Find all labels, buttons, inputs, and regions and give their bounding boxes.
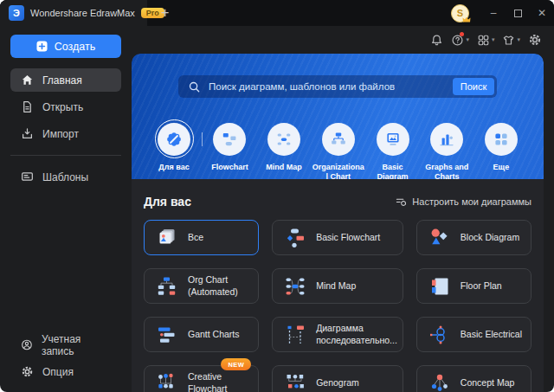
sidebar-item-label: Открыть: [42, 101, 83, 113]
new-badge: NEW: [221, 358, 251, 370]
create-button[interactable]: Создать: [10, 35, 121, 58]
chevron-down-icon: ▾: [517, 36, 520, 43]
card-concept-map[interactable]: Concept Map: [416, 365, 531, 392]
card-label: Mind Map: [316, 280, 356, 292]
category-label: Mind Map: [266, 163, 302, 172]
gantt-charts-icon: [156, 324, 178, 346]
card-genogram[interactable]: Genogram: [272, 365, 403, 392]
card-mind-map[interactable]: Mind Map: [272, 268, 403, 304]
category-basic-diagram[interactable]: Basic Diagram: [366, 119, 420, 179]
close-icon: ✕: [538, 7, 546, 19]
card-label: Concept Map: [461, 377, 514, 389]
card-label: Basic Electrical: [461, 329, 522, 340]
settings-button[interactable]: [528, 33, 542, 47]
minimize-glyph: –: [491, 7, 497, 19]
genogram-icon: [284, 372, 306, 392]
theme-menu-button[interactable]: ▾: [502, 34, 520, 47]
search-bar[interactable]: Поиск: [178, 75, 497, 98]
card-label: Gantt Charts: [188, 329, 240, 340]
account-icon: [21, 338, 33, 351]
plus-icon: [36, 41, 48, 52]
card-block-diagram[interactable]: Block Diagram: [416, 220, 531, 255]
category-more[interactable]: Еще: [474, 119, 528, 172]
help-menu-button[interactable]: ▾: [451, 34, 469, 47]
card-label: Диаграмма последовательно...: [316, 323, 397, 345]
hero-banner: Поиск Для вас: [132, 54, 544, 179]
chevron-down-icon: ▾: [466, 36, 469, 43]
sidebar-item-open[interactable]: Открыть: [10, 95, 121, 119]
topbar-icon-strip: ▾ ▾ ▾: [430, 26, 542, 54]
card-label: Basic Flowchart: [316, 232, 380, 243]
for-you-icon: [164, 130, 184, 149]
category-label: Organizational Chart: [312, 163, 365, 179]
category-for-you[interactable]: Для вас: [147, 119, 201, 172]
new-tab-button[interactable]: +: [161, 6, 169, 20]
basic-electrical-icon: [428, 324, 451, 346]
customize-diagrams-button[interactable]: Настроить мои диаграммы: [396, 196, 531, 208]
category-label: Flowchart: [211, 163, 248, 172]
card-basic-flowchart[interactable]: Basic Flowchart: [272, 220, 403, 255]
card-creative-flowchart[interactable]: NEW Creative Flowchart: [144, 365, 259, 392]
category-flowchart[interactable]: Flowchart: [203, 119, 256, 172]
card-label: Block Diagram: [461, 232, 519, 243]
gear-icon: [528, 33, 542, 47]
card-sequence-diagram[interactable]: Диаграмма последовательно...: [272, 317, 403, 352]
app-tab[interactable]: Э Wondershare EdrawMax Pro: [0, 0, 147, 26]
app-title: Wondershare EdrawMax: [30, 8, 135, 18]
more-grid-icon: [493, 131, 510, 148]
template-grid: Все Basic Flowchart: [144, 220, 531, 392]
block-diagram-icon: [428, 227, 451, 249]
bar-chart-icon: [438, 131, 455, 148]
notification-dot: [460, 32, 464, 36]
floor-plan-icon: [428, 275, 451, 298]
category-label: Graphs and Charts: [420, 163, 473, 179]
sidebar-divider: [10, 155, 121, 156]
sidebar-item-options[interactable]: Опция: [10, 360, 121, 383]
customize-label: Настроить мои диаграммы: [412, 196, 531, 207]
sidebar-item-label: Шаблоны: [42, 171, 88, 183]
close-button[interactable]: ✕: [530, 0, 554, 26]
mind-map-card-icon: [284, 275, 306, 298]
apps-grid-icon: [477, 34, 490, 47]
notifications-button[interactable]: [430, 34, 443, 47]
tshirt-icon: [502, 34, 515, 47]
category-row: Для вас Flowchart: [132, 119, 544, 179]
import-icon: [21, 127, 34, 140]
crown-badge-icon: [462, 16, 471, 23]
card-gantt-charts[interactable]: Gantt Charts: [144, 317, 259, 352]
search-input[interactable]: [207, 80, 446, 93]
category-graphs-charts[interactable]: Graphs and Charts: [420, 119, 473, 179]
app-window: Э Wondershare EdrawMax Pro + S – ✕: [0, 0, 554, 392]
apps-menu-button[interactable]: ▾: [477, 34, 495, 47]
search-icon: [189, 81, 200, 93]
sidebar-item-import[interactable]: Импорт: [10, 122, 121, 145]
maximize-button[interactable]: [506, 0, 530, 26]
chevron-down-icon: ▾: [492, 36, 495, 43]
sidebar-item-templates[interactable]: Шаблоны: [10, 165, 121, 189]
home-icon: [21, 74, 34, 87]
category-org-chart[interactable]: Organizational Chart: [312, 119, 365, 179]
card-floor-plan[interactable]: Floor Plan: [416, 268, 531, 304]
content-area: Для вас Настроить мои диаграммы: [132, 195, 544, 392]
main-panel: Поиск Для вас: [132, 54, 544, 392]
section-title: Для вас: [144, 195, 191, 209]
sidebar-item-home[interactable]: Главная: [10, 68, 121, 92]
sidebar-item-account[interactable]: Учетная запись: [10, 333, 121, 357]
search-button[interactable]: Поиск: [453, 78, 494, 95]
sidebar-item-label: Опция: [42, 366, 74, 378]
card-org-chart-automated[interactable]: Org Chart (Automated): [144, 268, 259, 304]
titlebar: Э Wondershare EdrawMax Pro + S – ✕: [0, 0, 554, 26]
edrawmax-logo-icon: Э: [9, 5, 24, 21]
category-mind-map[interactable]: Mind Map: [257, 119, 311, 172]
user-avatar[interactable]: S: [451, 4, 469, 22]
creative-flowchart-icon: [156, 372, 178, 392]
filter-gear-icon: [396, 196, 407, 208]
bell-icon: [430, 34, 443, 47]
card-basic-electrical[interactable]: Basic Electrical: [416, 317, 531, 352]
maximize-icon: [514, 10, 522, 17]
card-all-templates[interactable]: Все: [144, 220, 259, 255]
minimize-button[interactable]: –: [481, 0, 506, 26]
create-label: Создать: [55, 41, 96, 53]
card-label: Все: [188, 232, 203, 243]
document-icon: [21, 100, 34, 113]
